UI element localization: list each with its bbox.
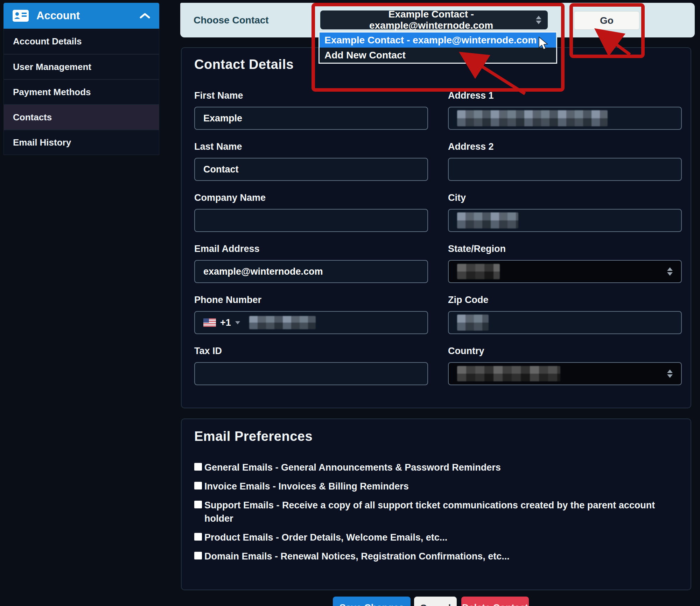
field-company-name: Company Name bbox=[194, 192, 428, 232]
sidebar-item-email-history[interactable]: Email History bbox=[4, 129, 159, 155]
save-changes-button[interactable]: Save Changes bbox=[333, 597, 411, 606]
field-last-name: Last Name Contact bbox=[194, 141, 428, 181]
input-value: example@winternode.com bbox=[203, 266, 323, 277]
select-arrows-icon bbox=[667, 267, 673, 276]
field-label: Email Address bbox=[194, 244, 428, 254]
redacted-phone-value bbox=[249, 316, 316, 329]
redacted-state-value bbox=[457, 264, 500, 279]
sidebar-item-label: Payment Methods bbox=[13, 87, 91, 98]
contact-details-panel: Contact Details First Name Example Last … bbox=[181, 47, 691, 408]
pref-general-emails[interactable]: General Emails - General Announcements &… bbox=[194, 461, 680, 474]
pref-invoice-emails[interactable]: Invoice Emails - Invoices & Billing Remi… bbox=[194, 480, 680, 493]
field-label: Tax ID bbox=[194, 346, 428, 357]
support-emails-checkbox[interactable] bbox=[194, 501, 202, 508]
address-1-input[interactable] bbox=[448, 107, 682, 130]
pref-support-emails[interactable]: Support Emails - Receive a copy of all s… bbox=[194, 499, 680, 525]
chevron-down-icon[interactable] bbox=[235, 321, 240, 324]
pref-label: Support Emails - Receive a copy of all s… bbox=[204, 499, 680, 525]
sidebar-item-payment-methods[interactable]: Payment Methods bbox=[4, 79, 159, 104]
field-label: Company Name bbox=[194, 192, 428, 203]
field-city: City bbox=[448, 192, 682, 232]
general-emails-checkbox[interactable] bbox=[194, 463, 202, 471]
sidebar-item-account-details[interactable]: Account Details bbox=[4, 29, 159, 54]
go-button-label: Go bbox=[600, 15, 614, 26]
contact-details-form: First Name Example Last Name Contact Com… bbox=[194, 90, 680, 397]
delete-contact-button[interactable]: Delete Contact bbox=[461, 597, 529, 606]
field-label: State/Region bbox=[448, 244, 682, 254]
redacted-zip-value bbox=[457, 315, 489, 331]
pref-label: Domain Emails - Renewal Notices, Registr… bbox=[204, 550, 510, 563]
field-address-1: Address 1 bbox=[448, 90, 682, 130]
contact-select[interactable]: Example Contact - example@winternode.com bbox=[320, 10, 548, 29]
field-label: Country bbox=[448, 346, 682, 357]
address-2-input[interactable] bbox=[448, 158, 682, 181]
field-label: Zip Code bbox=[448, 295, 682, 305]
redacted-address-1-value bbox=[457, 110, 608, 126]
cancel-button[interactable]: Cancel bbox=[414, 597, 457, 606]
input-value: Contact bbox=[203, 164, 239, 175]
cancel-label: Cancel bbox=[420, 603, 451, 606]
email-preferences-panel: Email Preferences General Emails - Gener… bbox=[181, 418, 691, 590]
country-select[interactable] bbox=[448, 362, 682, 385]
delete-contact-label: Delete Contact bbox=[462, 603, 528, 606]
dropdown-option-label: Add New Contact bbox=[324, 50, 406, 61]
form-column-right: Address 1 Address 2 City State/Region Zi… bbox=[448, 90, 682, 397]
sidebar-item-contacts[interactable]: Contacts bbox=[4, 104, 159, 129]
city-input[interactable] bbox=[448, 209, 682, 232]
sidebar-header-label: Account bbox=[36, 9, 140, 22]
sidebar-item-label: Account Details bbox=[13, 36, 82, 47]
field-label: Last Name bbox=[194, 141, 428, 152]
pref-domain-emails[interactable]: Domain Emails - Renewal Notices, Registr… bbox=[194, 550, 680, 563]
zip-code-input[interactable] bbox=[448, 311, 682, 334]
last-name-input[interactable]: Contact bbox=[194, 158, 428, 181]
us-flag-icon[interactable] bbox=[203, 318, 216, 327]
sidebar-header-account[interactable]: Account bbox=[4, 3, 159, 29]
field-label: First Name bbox=[194, 90, 428, 101]
input-value: Example bbox=[203, 113, 242, 124]
address-card-icon bbox=[13, 9, 29, 22]
sidebar-item-list: Account Details User Management Payment … bbox=[4, 29, 159, 155]
select-arrows-icon bbox=[667, 369, 673, 378]
field-label: Address 1 bbox=[448, 90, 682, 101]
phone-number-input[interactable]: +1 bbox=[194, 311, 428, 334]
tax-id-input[interactable] bbox=[194, 362, 428, 385]
domain-emails-checkbox[interactable] bbox=[194, 552, 202, 559]
sidebar-item-label: User Management bbox=[13, 62, 91, 72]
first-name-input[interactable]: Example bbox=[194, 107, 428, 130]
chevron-up-icon bbox=[140, 13, 150, 19]
field-zip-code: Zip Code bbox=[448, 295, 682, 334]
contact-select-value: Example Contact - example@winternode.com bbox=[327, 9, 536, 31]
pref-label: General Emails - General Announcements &… bbox=[204, 461, 501, 474]
sidebar-item-label: Contacts bbox=[13, 112, 52, 123]
field-label: Address 2 bbox=[448, 141, 682, 152]
field-country: Country bbox=[448, 346, 682, 385]
save-changes-label: Save Changes bbox=[340, 603, 404, 606]
field-state-region: State/Region bbox=[448, 244, 682, 283]
invoice-emails-checkbox[interactable] bbox=[194, 482, 202, 489]
state-region-select[interactable] bbox=[448, 260, 682, 283]
contact-dropdown-list: Example Contact - example@winternode.com… bbox=[318, 31, 557, 64]
redacted-country-value bbox=[457, 366, 560, 381]
go-button[interactable]: Go bbox=[574, 11, 639, 30]
dropdown-option-label: Example Contact - example@winternode.com bbox=[324, 35, 537, 46]
account-sidebar: Account Account Details User Management … bbox=[4, 3, 159, 155]
sidebar-item-user-management[interactable]: User Management bbox=[4, 54, 159, 79]
email-preferences-title: Email Preferences bbox=[194, 429, 680, 444]
product-emails-checkbox[interactable] bbox=[194, 533, 202, 541]
pref-product-emails[interactable]: Product Emails - Order Details, Welcome … bbox=[194, 531, 680, 544]
email-address-input[interactable]: example@winternode.com bbox=[194, 260, 428, 283]
field-address-2: Address 2 bbox=[448, 141, 682, 181]
dial-code: +1 bbox=[220, 317, 231, 328]
redacted-city-value bbox=[457, 212, 518, 228]
select-arrows-icon bbox=[536, 16, 541, 24]
field-tax-id: Tax ID bbox=[194, 346, 428, 385]
field-label: City bbox=[448, 192, 682, 203]
pref-label: Invoice Emails - Invoices & Billing Remi… bbox=[204, 480, 409, 493]
field-email-address: Email Address example@winternode.com bbox=[194, 244, 428, 283]
company-name-input[interactable] bbox=[194, 209, 428, 232]
pref-label: Product Emails - Order Details, Welcome … bbox=[204, 531, 447, 544]
dropdown-option-add-new-contact[interactable]: Add New Contact bbox=[320, 48, 556, 63]
dropdown-option-example-contact[interactable]: Example Contact - example@winternode.com bbox=[320, 33, 556, 48]
email-preferences-list: General Emails - General Announcements &… bbox=[194, 461, 680, 563]
form-column-left: First Name Example Last Name Contact Com… bbox=[194, 90, 428, 397]
